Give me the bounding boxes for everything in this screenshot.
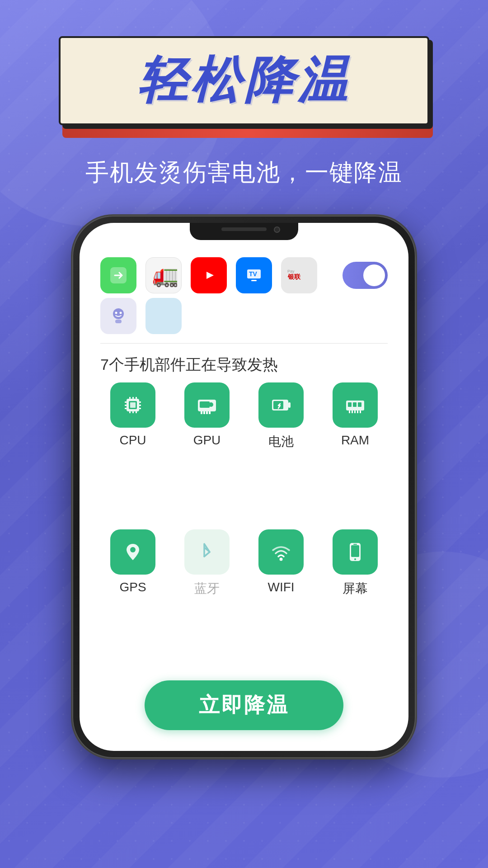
- subtitle: 手机发烫伤害电池，一键降温: [85, 157, 403, 189]
- bluetooth-icon-box: [184, 529, 230, 575]
- component-ram: RAM: [323, 382, 388, 520]
- svg-rect-44: [358, 402, 361, 407]
- component-wifi: WIFI: [249, 529, 314, 667]
- cpu-label: CPU: [119, 433, 146, 448]
- gps-icon-box: [110, 529, 155, 575]
- svg-rect-21: [125, 408, 127, 409]
- svg-rect-30: [136, 411, 137, 413]
- svg-point-55: [354, 558, 356, 560]
- svg-text:TV: TV: [249, 270, 258, 278]
- toggle-circle: [363, 264, 385, 286]
- phone-inner: 🚛: [80, 223, 408, 751]
- svg-rect-19: [125, 401, 127, 403]
- component-screen: 屏幕: [323, 529, 388, 667]
- app-icon-unionpay: 银联 Pay: [281, 257, 317, 293]
- svg-rect-22: [139, 401, 141, 403]
- app-icon-blank: [145, 298, 182, 334]
- svg-line-51: [204, 552, 210, 557]
- svg-rect-54: [351, 545, 359, 557]
- notch-camera: [274, 226, 280, 233]
- svg-rect-35: [203, 411, 205, 414]
- svg-rect-28: [129, 411, 131, 413]
- svg-point-33: [209, 402, 213, 407]
- svg-text:🚛: 🚛: [152, 262, 177, 288]
- component-bluetooth: 蓝牙: [174, 529, 239, 667]
- svg-rect-20: [125, 405, 127, 406]
- svg-rect-48: [357, 410, 358, 413]
- heat-warning-text: 7个手机部件正在导致发热: [87, 344, 401, 382]
- phone-mockup: 🚛: [72, 216, 416, 758]
- svg-text:Pay: Pay: [287, 269, 295, 274]
- app-icon-toggle: [343, 262, 388, 289]
- battery-icon-box: [258, 382, 304, 428]
- component-gps: GPS: [100, 529, 165, 667]
- svg-rect-47: [354, 410, 356, 413]
- svg-rect-42: [348, 402, 352, 407]
- svg-rect-34: [201, 411, 202, 414]
- svg-point-52: [280, 557, 283, 561]
- component-grid: CPU: [87, 382, 401, 667]
- app-icon-youtube: [191, 257, 227, 293]
- wifi-label: WIFI: [267, 580, 294, 594]
- gpu-label: GPU: [193, 433, 221, 448]
- svg-rect-37: [209, 411, 211, 414]
- svg-rect-23: [139, 405, 141, 406]
- svg-rect-32: [200, 401, 210, 408]
- svg-text:银联: 银联: [287, 273, 301, 280]
- svg-rect-6: [251, 280, 257, 281]
- gpu-icon-box: [184, 382, 230, 428]
- app-icons-row-2: [87, 298, 401, 343]
- app-icons-row-1: 🚛: [87, 253, 401, 298]
- page-content: 轻松降温 手机发烫伤害电池，一键降温: [0, 0, 488, 868]
- screen-icon-box: [333, 529, 378, 575]
- cta-area: 立即降温: [87, 667, 401, 744]
- ram-icon-box: [333, 382, 378, 428]
- svg-rect-45: [349, 410, 350, 413]
- title-shadow-bar: [62, 125, 433, 138]
- bluetooth-icon: [194, 539, 220, 565]
- cpu-icon-box: [110, 382, 155, 428]
- ram-icon: [343, 392, 368, 418]
- app-icon-truck: 🚛: [145, 257, 182, 293]
- phone-outer: 🚛: [72, 216, 416, 758]
- svg-rect-29: [132, 411, 134, 413]
- battery-label: 电池: [268, 433, 294, 450]
- svg-rect-46: [352, 410, 353, 413]
- svg-rect-25: [129, 397, 131, 399]
- wifi-icon: [268, 539, 294, 565]
- svg-rect-26: [132, 397, 134, 399]
- svg-rect-36: [206, 411, 208, 414]
- app-icon-tv: TV: [236, 257, 272, 293]
- wifi-icon-box: [258, 529, 304, 575]
- bluetooth-label: 蓝牙: [194, 580, 220, 597]
- component-cpu: CPU: [100, 382, 165, 520]
- svg-rect-43: [353, 402, 357, 407]
- svg-rect-56: [353, 544, 357, 545]
- battery-icon: [268, 392, 294, 418]
- screen-inner: 🚛: [87, 230, 401, 744]
- svg-rect-39: [288, 402, 291, 408]
- cpu-icon: [120, 392, 145, 418]
- svg-point-12: [113, 308, 124, 319]
- svg-rect-18: [130, 402, 136, 408]
- svg-rect-27: [136, 397, 137, 399]
- app-icon-arrow: [100, 257, 136, 293]
- screen-label: 屏幕: [343, 580, 368, 597]
- screen-content: 🚛: [87, 230, 401, 744]
- component-battery: 电池: [249, 382, 314, 520]
- app-icon-robot: [100, 298, 136, 334]
- component-gpu: GPU: [174, 382, 239, 520]
- svg-point-50: [130, 547, 136, 552]
- title-box: 轻松降温: [59, 36, 429, 125]
- svg-point-14: [120, 312, 122, 314]
- ram-label: RAM: [341, 433, 369, 448]
- cta-button[interactable]: 立即降温: [145, 680, 343, 730]
- gpu-icon: [194, 392, 220, 418]
- svg-rect-15: [115, 320, 122, 323]
- gps-label: GPS: [119, 580, 146, 594]
- svg-point-13: [115, 312, 117, 314]
- phone-notch: [190, 223, 298, 240]
- title-banner: 轻松降温: [59, 36, 429, 125]
- page-title: 轻松降温: [79, 47, 409, 114]
- svg-rect-24: [139, 408, 141, 409]
